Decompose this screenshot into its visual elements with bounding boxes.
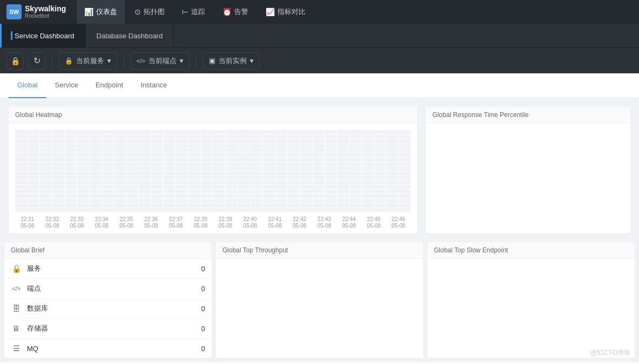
heatmap-cell (386, 167, 398, 171)
heatmap-cell (201, 185, 213, 189)
heatmap-cell (65, 148, 77, 153)
heatmap-cell (374, 171, 386, 176)
heatmap-cell (399, 194, 411, 198)
heatmap-cell (28, 208, 39, 212)
nav-item-dashboard[interactable]: 📊 仪表盘 (77, 0, 125, 24)
heatmap-cell (127, 185, 139, 189)
heatmap-cell (337, 171, 349, 176)
heatmap-cell (350, 208, 362, 212)
heatmap-cell (350, 194, 362, 198)
tab-database-dashboard[interactable]: Database Dashboard (86, 24, 174, 47)
heatmap-cell (139, 157, 151, 162)
heatmap-cell (65, 139, 77, 143)
heatmap-cell (114, 190, 126, 194)
heatmap-cell (312, 144, 324, 148)
time-label: 22:4605-08 (386, 216, 411, 229)
view-tab-instance[interactable]: Instance (132, 73, 175, 98)
heatmap-cell (127, 157, 139, 162)
heatmap-cell (386, 162, 398, 167)
heatmap-cell (275, 130, 287, 134)
heatmap-cell (52, 181, 64, 185)
heatmap-cell (263, 203, 275, 208)
heatmap-cell (139, 199, 151, 203)
slow-endpoint-panel-body (427, 259, 635, 345)
nav-item-trace[interactable]: ⊢ 追踪 (174, 0, 213, 24)
heatmap-cell (350, 135, 362, 139)
heatmap-cell (263, 157, 275, 162)
storage-brief-label: 存储器 (27, 324, 201, 333)
nav-item-alarm[interactable]: ⏰ 告警 (215, 0, 256, 24)
heatmap-cell (114, 208, 126, 212)
heatmap-cell (77, 190, 89, 194)
nav-item-metrics[interactable]: 📈 指标对比 (258, 0, 313, 24)
service-dropdown-icon: 🔒 (65, 57, 73, 65)
heatmap-cell (226, 171, 237, 176)
view-tab-endpoint[interactable]: Endpoint (87, 73, 132, 98)
heatmap-cell (139, 139, 151, 143)
heatmap-cell (362, 148, 374, 153)
heatmap-cell (312, 162, 324, 167)
endpoint-dropdown[interactable]: </> 当前端点 ▾ (131, 52, 189, 70)
service-dropdown[interactable]: 🔒 当前服务 ▾ (59, 52, 117, 70)
heatmap-cell (102, 144, 114, 148)
heatmap-cell (350, 157, 362, 162)
heatmap-cell (325, 171, 337, 176)
tab-label-database: Database Dashboard (97, 32, 163, 40)
heatmap-cell (40, 208, 52, 212)
nav-item-topology[interactable]: ⊙ 拓扑图 (127, 0, 172, 24)
heatmap-cell (250, 208, 262, 212)
service-icon: 🔒 (11, 263, 22, 274)
heatmap-cell (15, 199, 27, 203)
heatmap-cell (15, 157, 27, 162)
heatmap-cell (250, 185, 262, 189)
heatmap-cell (40, 176, 52, 180)
heatmap-cell (151, 130, 163, 134)
heatmap-cell (77, 167, 89, 171)
heatmap-cell (77, 135, 89, 139)
instance-dropdown[interactable]: ▣ 当前实例 ▾ (203, 52, 260, 70)
heatmap-cell (77, 157, 89, 162)
tab-service-dashboard[interactable]: Service Dashboard (0, 24, 86, 47)
heatmap-cell (362, 199, 374, 203)
heatmap-cell (263, 190, 275, 194)
heatmap-cell (114, 171, 126, 176)
response-time-panel-body (426, 123, 630, 221)
heatmap-cell (275, 162, 287, 167)
heatmap-cell (151, 194, 163, 198)
heatmap-cell (40, 185, 52, 189)
heatmap-cell (300, 135, 312, 139)
heatmap-cell (77, 181, 89, 185)
lock-button[interactable]: 🔒 (6, 52, 24, 70)
heatmap-cell (65, 171, 77, 176)
heatmap-cell (139, 144, 151, 148)
heatmap-cell (65, 208, 77, 212)
service-brief-value: 0 (201, 265, 205, 273)
mq-brief-value: 0 (201, 345, 205, 353)
heatmap-cell (139, 208, 151, 212)
heatmap-cell (15, 144, 27, 148)
instance-chevron-icon: ▾ (250, 57, 254, 65)
heatmap-cell (263, 208, 275, 212)
heatmap-cell (28, 203, 39, 208)
heatmap-cell (325, 148, 337, 153)
heatmap-cell (288, 194, 300, 198)
heatmap-cell (15, 194, 27, 198)
heatmap-cell (312, 199, 324, 203)
heatmap-cell (52, 139, 64, 143)
view-tab-global[interactable]: Global (9, 73, 46, 98)
heatmap-cell (288, 190, 300, 194)
heatmap-cell (15, 153, 27, 157)
heatmap-cell (139, 185, 151, 189)
heatmap-cell (114, 203, 126, 208)
heatmap-cell (176, 181, 188, 185)
heatmap-cell (275, 171, 287, 176)
heatmap-cell (164, 185, 175, 189)
time-label: 22:3305-08 (65, 216, 90, 229)
topology-icon: ⊙ (134, 8, 141, 16)
refresh-button[interactable]: ↻ (28, 52, 45, 70)
view-tab-service[interactable]: Service (46, 73, 87, 98)
heatmap-cell (250, 148, 262, 153)
heatmap-cell (213, 208, 225, 212)
heatmap-cell (325, 181, 337, 185)
heatmap-cell (399, 203, 411, 208)
